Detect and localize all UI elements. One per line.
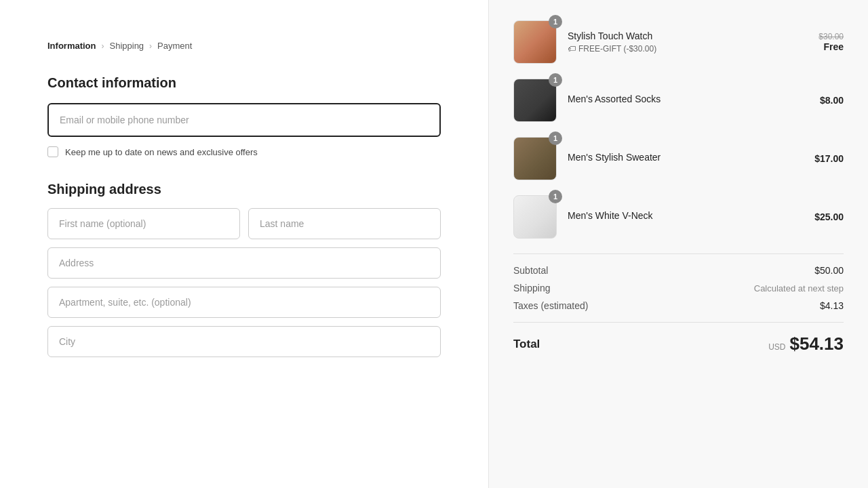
item-details-socks: Men's Assorted Socks: [568, 94, 809, 107]
first-name-field: [47, 208, 240, 239]
order-items-list: 1 Stylish Touch Watch 🏷 FREE-GIFT (-$30.…: [513, 20, 844, 239]
total-amount: $54.13: [789, 333, 844, 354]
shipping-row: Shipping Calculated at next step: [513, 283, 844, 293]
order-item-vneck: 1 Men's White V-Neck $25.00: [513, 195, 844, 239]
item-price-vneck: $25.00: [814, 211, 844, 222]
gift-icon: 🏷: [568, 44, 576, 54]
address-input[interactable]: [47, 247, 441, 279]
shipping-label: Shipping: [513, 283, 551, 293]
breadcrumb-information[interactable]: Information: [47, 41, 96, 51]
item-price-final-watch: Free: [818, 41, 844, 52]
item-image-socks: [513, 79, 557, 122]
item-tag-text-watch: FREE-GIFT (-$30.00): [578, 44, 656, 54]
item-image-watch: [513, 20, 557, 64]
item-badge-watch: 1: [549, 15, 562, 28]
item-price-final-sweater: $17.00: [814, 153, 844, 164]
subtotal-value: $50.00: [814, 265, 844, 276]
total-currency: USD: [768, 342, 785, 352]
order-item-socks: 1 Men's Assorted Socks $8.00: [513, 79, 844, 122]
item-badge-sweater: 1: [549, 131, 562, 145]
subtotal-label: Subtotal: [513, 265, 548, 276]
item-image-wrapper-watch: 1: [513, 20, 557, 64]
shipping-value: Calculated at next step: [754, 283, 844, 293]
name-row: [47, 208, 441, 239]
last-name-input[interactable]: [248, 208, 441, 239]
first-name-input[interactable]: [47, 208, 240, 239]
right-panel: 1 Stylish Touch Watch 🏷 FREE-GIFT (-$30.…: [488, 0, 868, 488]
item-image-vneck: [513, 195, 557, 239]
item-price-original-watch: $30.00: [818, 32, 844, 41]
item-name-vneck: Men's White V-Neck: [568, 210, 804, 221]
item-price-final-socks: $8.00: [820, 95, 844, 106]
item-price-final-vneck: $25.00: [814, 211, 844, 222]
item-name-socks: Men's Assorted Socks: [568, 94, 809, 104]
breadcrumb-payment[interactable]: Payment: [157, 41, 192, 51]
breadcrumb-sep-1: ›: [102, 41, 104, 51]
item-image-wrapper-vneck: 1: [513, 195, 557, 239]
item-badge-socks: 1: [549, 73, 562, 87]
item-details-sweater: Men's Stylish Sweater: [568, 152, 804, 165]
taxes-row: Taxes (estimated) $4.13: [513, 300, 844, 311]
item-image-wrapper-sweater: 1: [513, 137, 557, 180]
email-input[interactable]: [60, 115, 429, 125]
subtotal-row: Subtotal $50.00: [513, 265, 844, 276]
item-name-watch: Stylish Touch Watch: [568, 30, 808, 41]
divider-2: [513, 322, 844, 323]
taxes-label: Taxes (estimated): [513, 300, 588, 311]
left-panel: Information › Shipping › Payment Contact…: [0, 0, 488, 488]
newsletter-checkbox-row: Keep me up to date on news and exclusive…: [47, 146, 441, 157]
breadcrumb-sep-2: ›: [149, 41, 152, 51]
email-input-wrapper[interactable]: [47, 103, 441, 137]
order-item-sweater: 1 Men's Stylish Sweater $17.00: [513, 137, 844, 180]
total-row: Total USD $54.13: [513, 333, 844, 354]
taxes-value: $4.13: [820, 300, 844, 311]
breadcrumb-shipping[interactable]: Shipping: [110, 41, 144, 51]
newsletter-label: Keep me up to date on news and exclusive…: [65, 147, 258, 157]
breadcrumb: Information › Shipping › Payment: [47, 41, 441, 51]
item-image-sweater: [513, 137, 557, 180]
item-tag-watch: 🏷 FREE-GIFT (-$30.00): [568, 44, 808, 54]
apartment-field: [47, 287, 441, 318]
item-price-sweater: $17.00: [814, 153, 844, 164]
address-field: [47, 247, 441, 279]
item-details-vneck: Men's White V-Neck: [568, 210, 804, 224]
contact-section-title: Contact information: [47, 75, 441, 91]
newsletter-checkbox[interactable]: [47, 146, 58, 157]
item-badge-vneck: 1: [549, 190, 562, 203]
city-input[interactable]: [47, 326, 441, 357]
shipping-section-title: Shipping address: [47, 182, 441, 197]
total-value-wrapper: USD $54.13: [768, 333, 844, 354]
last-name-field: [248, 208, 441, 239]
item-image-wrapper-socks: 1: [513, 79, 557, 122]
item-price-watch: $30.00 Free: [818, 32, 844, 52]
divider-1: [513, 253, 844, 254]
city-field: [47, 326, 441, 357]
order-item-watch: 1 Stylish Touch Watch 🏷 FREE-GIFT (-$30.…: [513, 20, 844, 64]
item-details-watch: Stylish Touch Watch 🏷 FREE-GIFT (-$30.00…: [568, 30, 808, 54]
item-name-sweater: Men's Stylish Sweater: [568, 152, 804, 163]
item-price-socks: $8.00: [820, 95, 844, 106]
total-label: Total: [513, 338, 540, 351]
apartment-input[interactable]: [47, 287, 441, 318]
